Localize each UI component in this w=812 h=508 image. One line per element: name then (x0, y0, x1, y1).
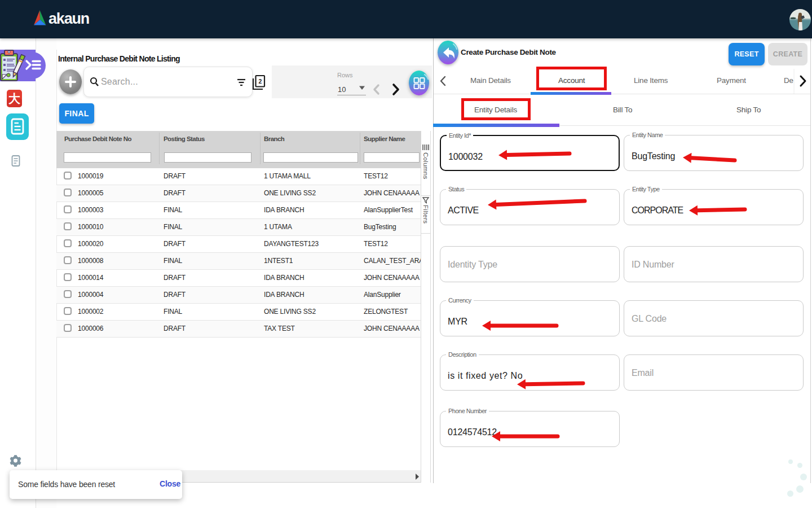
svg-text:大: 大 (8, 92, 20, 105)
svg-text:2: 2 (259, 78, 262, 85)
